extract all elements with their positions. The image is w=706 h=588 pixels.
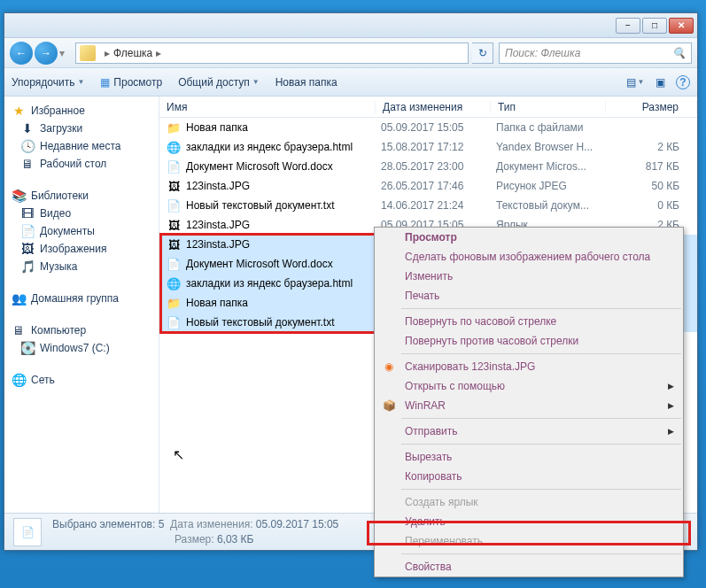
image-icon: 🖼 — [167, 179, 181, 193]
selection-count: Выбрано элементов: 5 — [52, 518, 164, 530]
organize-menu[interactable]: Упорядочить▼ — [12, 76, 84, 89]
ctx-scan[interactable]: ◉Сканировать 123insta.JPG — [375, 357, 683, 376]
close-button[interactable]: ✕ — [669, 18, 694, 34]
drive-icon: 💽 — [20, 341, 35, 355]
file-row[interactable]: 🌐закладки из яндекс браузера.html15.08.2… — [159, 137, 697, 157]
context-menu: Просмотр Сделать фоновым изображением ра… — [374, 227, 684, 577]
music-icon: 🎵 — [20, 259, 35, 274]
network-icon: 🌐 — [12, 373, 26, 387]
sidebar-item-desktop[interactable]: 🖥Рабочий стол — [4, 155, 159, 173]
ctx-cut[interactable]: Вырезать — [375, 447, 683, 467]
address-bar[interactable]: ▸ Флешка ▸ — [75, 43, 469, 64]
library-icon: 📚 — [12, 189, 26, 203]
file-row[interactable]: 📁Новая папка05.09.2017 15:05Папка с файл… — [159, 118, 697, 137]
sidebar-item-documents[interactable]: 📄Документы — [4, 222, 159, 240]
html-icon: 🌐 — [167, 140, 181, 154]
image-icon: 🖼 — [167, 237, 181, 251]
submenu-arrow-icon: ▶ — [668, 382, 674, 391]
selection-thumbnail: 📄 — [13, 518, 42, 546]
view-menu-icon[interactable]: ▤▼ — [626, 74, 644, 91]
ctx-winrar[interactable]: 📦WinRAR▶ — [375, 396, 683, 415]
txt-icon: 📄 — [167, 315, 181, 329]
folder-icon — [80, 45, 96, 61]
minimize-button[interactable]: − — [616, 18, 640, 34]
file-row[interactable]: 🖼123insta.JPG26.05.2017 17:46Рисунок JPE… — [159, 176, 697, 196]
submenu-arrow-icon: ▶ — [668, 427, 674, 436]
search-placeholder: Поиск: Флешка — [505, 47, 580, 59]
ctx-delete[interactable]: Удалить — [375, 512, 683, 531]
recent-icon: 🕓 — [20, 139, 35, 153]
preview-action[interactable]: ▦Просмотр — [100, 76, 162, 89]
video-icon: 🎞 — [20, 206, 35, 220]
ctx-separator — [401, 353, 681, 354]
image-icon: 🖼 — [20, 242, 35, 256]
star-icon: ★ — [12, 104, 26, 118]
ctx-edit[interactable]: Изменить — [375, 267, 683, 286]
doc-icon: 📄 — [167, 159, 181, 174]
path-separator: ▸ — [156, 47, 161, 59]
folder-icon: 📁 — [167, 296, 181, 310]
search-icon: 🔍 — [672, 47, 686, 59]
refresh-button[interactable]: ↻ — [472, 43, 493, 64]
sidebar-favorites-header[interactable]: ★Избранное — [4, 102, 159, 120]
new-folder-action[interactable]: Новая папка — [275, 76, 337, 89]
help-icon[interactable]: ? — [676, 75, 690, 89]
sidebar-homegroup[interactable]: 👥Домашняя группа — [4, 290, 159, 307]
preview-pane-icon[interactable]: ▣ — [651, 74, 669, 91]
back-button[interactable]: ← — [10, 42, 33, 65]
homegroup-icon: 👥 — [12, 291, 26, 306]
maximize-button[interactable]: □ — [642, 18, 667, 34]
desktop-icon: 🖥 — [20, 157, 35, 171]
sidebar-computer[interactable]: 🖥Компьютер — [4, 321, 159, 339]
ctx-separator — [401, 553, 681, 554]
sidebar-item-downloads[interactable]: ⬇Загрузки — [4, 120, 159, 137]
share-menu[interactable]: Общий доступ▼ — [178, 76, 260, 89]
navigation-bar: ← → ▾ ▸ Флешка ▸ ↻ Поиск: Флешка 🔍 — [4, 38, 697, 68]
ctx-properties[interactable]: Свойства — [375, 557, 683, 576]
title-bar: − □ ✕ — [4, 13, 697, 38]
ctx-send-to[interactable]: Отправить▶ — [375, 422, 683, 441]
column-type[interactable]: Тип — [491, 101, 606, 113]
sidebar-item-drive-c[interactable]: 💽Windows7 (C:) — [4, 339, 159, 357]
ctx-print[interactable]: Печать — [375, 286, 683, 306]
ctx-copy[interactable]: Копировать — [375, 467, 683, 486]
ctx-rotate-cw[interactable]: Повернуть по часовой стрелке — [375, 312, 683, 331]
sidebar-item-recent[interactable]: 🕓Недавние места — [4, 137, 159, 155]
path-separator: ▸ — [105, 47, 110, 59]
column-size[interactable]: Размер — [606, 101, 697, 113]
winrar-icon: 📦 — [382, 398, 396, 413]
ctx-open-with[interactable]: Открыть с помощью▶ — [375, 376, 683, 396]
sidebar-libraries-header[interactable]: 📚Библиотеки — [4, 187, 159, 205]
search-input[interactable]: Поиск: Флешка 🔍 — [499, 43, 692, 64]
sidebar-item-video[interactable]: 🎞Видео — [4, 205, 159, 222]
file-row[interactable]: 📄Документ Microsoft Word.docx28.05.2017 … — [159, 157, 697, 176]
file-row[interactable]: 📄Новый текстовый документ.txt14.06.2017 … — [159, 196, 697, 215]
html-icon: 🌐 — [167, 276, 181, 290]
history-dropdown-icon[interactable]: ▾ — [59, 47, 72, 59]
ctx-rename: Переименовать — [375, 531, 683, 551]
avast-icon: ◉ — [382, 360, 396, 374]
txt-icon: 📄 — [167, 198, 181, 213]
download-icon: ⬇ — [20, 121, 35, 135]
submenu-arrow-icon: ▶ — [668, 401, 674, 410]
forward-button[interactable]: → — [35, 42, 58, 65]
ctx-separator — [401, 444, 681, 445]
path-segment[interactable]: Флешка — [113, 47, 152, 59]
column-date[interactable]: Дата изменения — [376, 101, 491, 113]
column-name[interactable]: Имя — [159, 101, 376, 113]
shortcut-icon: 🖼 — [167, 218, 181, 232]
sidebar-item-music[interactable]: 🎵Музыка — [4, 258, 159, 275]
status-text: Выбрано элементов: 5 Дата изменения: 05.… — [52, 517, 338, 547]
document-icon: 📄 — [20, 224, 35, 238]
ctx-set-wallpaper[interactable]: Сделать фоновым изображением рабочего ст… — [375, 247, 683, 267]
toolbar: Упорядочить▼ ▦Просмотр Общий доступ▼ Нов… — [4, 68, 697, 97]
ctx-separator — [401, 489, 681, 490]
ctx-rotate-ccw[interactable]: Повернуть против часовой стрелки — [375, 331, 683, 351]
column-headers: Имя Дата изменения Тип Размер — [159, 97, 697, 118]
folder-icon: 📁 — [167, 120, 181, 135]
sidebar-item-images[interactable]: 🖼Изображения — [4, 240, 159, 258]
ctx-separator — [401, 418, 681, 419]
sidebar-network[interactable]: 🌐Сеть — [4, 371, 159, 389]
ctx-preview[interactable]: Просмотр — [375, 228, 683, 247]
doc-icon: 📄 — [167, 257, 181, 271]
